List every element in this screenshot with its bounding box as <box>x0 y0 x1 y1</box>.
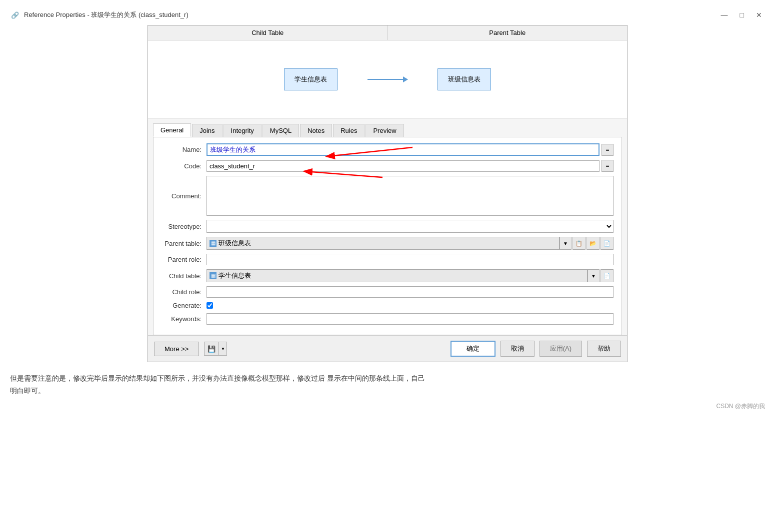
generate-label: Generate: <box>162 302 206 309</box>
child-table-dropdown[interactable]: ▼ <box>588 269 600 282</box>
comment-label: Comment: <box>162 192 206 200</box>
window-controls: — □ ✕ <box>718 10 765 20</box>
name-eq-button[interactable]: = <box>602 144 614 156</box>
tab-notes[interactable]: Notes <box>300 124 332 137</box>
tabs-row: General Joins Integrity MySQL Notes Rule… <box>153 123 622 137</box>
tab-integrity[interactable]: Integrity <box>224 124 262 137</box>
name-row: Name: = <box>162 143 614 156</box>
save-icon-button[interactable]: 💾 <box>204 342 219 356</box>
stereotype-select[interactable] <box>206 220 614 233</box>
child-table-label: 学生信息表 <box>294 75 327 83</box>
parent-table-browse-btn3[interactable]: 📄 <box>600 237 614 250</box>
tab-mysql[interactable]: MySQL <box>262 124 299 137</box>
parent-role-row: Parent role: <box>162 254 614 265</box>
keywords-label: Keywords: <box>162 315 206 323</box>
child-role-row: Child role: <box>162 286 614 298</box>
code-input[interactable] <box>206 160 600 172</box>
generate-checkbox[interactable] <box>206 302 213 309</box>
help-button[interactable]: 帮助 <box>587 341 621 357</box>
child-table-label-field: Child table: <box>162 272 206 280</box>
bottom-text: 但是需要注意的是，修改完毕后显示的结果却如下图所示，并没有办法直接像概念模型那样… <box>10 372 560 397</box>
parent-table-label: 班级信息表 <box>448 75 480 83</box>
save-dropdown: 💾 ▼ <box>204 342 227 356</box>
tab-general[interactable]: General <box>153 123 191 137</box>
keywords-input[interactable] <box>206 313 614 325</box>
app-icon: 🔗 <box>10 10 20 20</box>
generate-row: Generate: <box>162 302 614 309</box>
child-table-value: 学生信息表 <box>218 271 251 280</box>
keywords-row: Keywords: <box>162 313 614 325</box>
csdn-credit: CSDN @赤脚的我 <box>10 402 765 411</box>
window-title: Reference Properties - 班级学生的关系 (class_st… <box>24 10 714 19</box>
parent-table-box: 班级信息表 <box>438 68 491 90</box>
apply-button[interactable]: 应用(A) <box>540 341 582 357</box>
parent-table-dropdown[interactable]: ▼ <box>560 237 572 250</box>
bottom-line2: 明白即可。 <box>10 385 560 397</box>
save-arrow-button[interactable]: ▼ <box>219 342 227 356</box>
child-role-input[interactable] <box>206 286 614 298</box>
parent-table-header: Parent Table <box>388 25 628 40</box>
parent-table-label: Parent table: <box>162 240 206 247</box>
child-table-browse-btn[interactable]: 📄 <box>600 269 614 282</box>
form-area: Name: = Code: = Comment: Stereotype: <box>153 137 622 335</box>
name-label: Name: <box>162 146 206 153</box>
parent-role-label: Parent role: <box>162 256 206 263</box>
child-table-row: Child table: ▦ 学生信息表 ▼ 📄 <box>162 269 614 282</box>
comment-row: Comment: <box>162 176 614 216</box>
minimize-button[interactable]: — <box>718 10 731 20</box>
relationship-arrow <box>368 79 408 80</box>
parent-table-row: Parent table: ▦ 班级信息表 ▼ 📋 📂 📄 <box>162 237 614 250</box>
tab-joins[interactable]: Joins <box>192 124 222 137</box>
tab-rules[interactable]: Rules <box>333 124 364 137</box>
window-titlebar: 🔗 Reference Properties - 班级学生的关系 (class_… <box>10 10 765 20</box>
code-label: Code: <box>162 162 206 170</box>
code-eq-button[interactable]: = <box>602 160 614 172</box>
maximize-button[interactable]: □ <box>737 10 747 20</box>
stereotype-label: Stereotype: <box>162 223 206 230</box>
stereotype-row: Stereotype: <box>162 220 614 233</box>
parent-role-input[interactable] <box>206 254 614 265</box>
bottom-line1: 但是需要注意的是，修改完毕后显示的结果却如下图所示，并没有办法直接像概念模型那样… <box>10 372 560 385</box>
close-button[interactable]: ✕ <box>753 10 765 20</box>
child-table-box: 学生信息表 <box>284 68 338 90</box>
child-role-label: Child role: <box>162 288 206 296</box>
parent-table-browse-btn2[interactable]: 📂 <box>586 237 600 250</box>
parent-table-icon: ▦ <box>210 240 216 247</box>
tab-preview[interactable]: Preview <box>366 124 404 137</box>
comment-input[interactable] <box>206 176 614 216</box>
reference-properties-dialog: Child Table Parent Table 学生信息表 班级信息表 Gen… <box>148 25 628 362</box>
cancel-button[interactable]: 取消 <box>500 341 534 357</box>
code-row: Code: = <box>162 160 614 172</box>
child-table-icon: ▦ <box>210 272 216 279</box>
name-input[interactable] <box>206 143 600 156</box>
parent-table-browse-btn1[interactable]: 📋 <box>572 237 586 250</box>
confirm-button[interactable]: 确定 <box>450 341 496 357</box>
dialog-buttons: More >> 💾 ▼ 确定 取消 应用(A) 帮助 <box>148 335 627 362</box>
child-table-header: Child Table <box>148 25 388 40</box>
parent-table-value: 班级信息表 <box>218 239 251 248</box>
more-button[interactable]: More >> <box>154 342 199 356</box>
